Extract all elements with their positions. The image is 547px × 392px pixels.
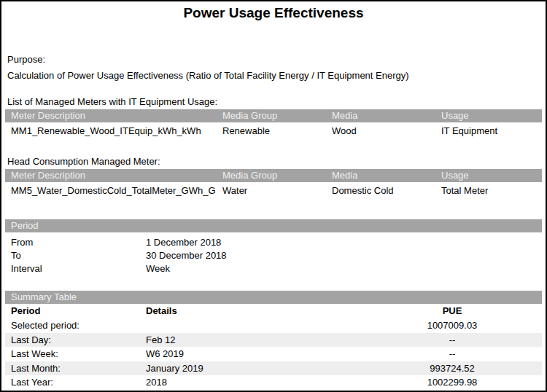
summary-row-selected-period: Selected period: 1007009.03	[5, 318, 542, 333]
period-label: Interval	[5, 262, 146, 275]
report-page: Power Usage Effectiveness Purpose: Calcu…	[0, 0, 547, 392]
head-meter-section-label: Head Consumption Managed Meter:	[7, 156, 546, 168]
header-cell-media-group: Media Group	[222, 169, 332, 182]
period-value: 30 December 2018	[146, 249, 542, 262]
purpose-label: Purpose:	[7, 54, 546, 66]
cell-meter-description: MM5_Water_DomesticCold_TotalMeter_GWh_G	[5, 185, 222, 197]
summary-row-last-day: Last Day: Feb 12 --	[5, 333, 542, 348]
summary-cell-period: Selected period:	[5, 318, 146, 333]
meters-table: Meter Description Media Group Media Usag…	[1, 109, 546, 137]
cell-media-group: Renewable	[222, 125, 332, 137]
summary-cell-details: January 2019	[146, 361, 362, 376]
summary-row-last-year: Last Year: 2018 1002299.98	[5, 375, 542, 390]
summary-cell-details: W6 2019	[146, 347, 362, 361]
cell-media: Wood	[332, 125, 441, 137]
header-cell-media: Media	[332, 169, 441, 182]
summary-cell-details: Feb 12	[146, 333, 362, 348]
summary-cell-period: Last Month:	[5, 361, 146, 376]
header-cell-media: Media	[332, 109, 441, 122]
meters-section-label: List of Managed Meters with IT Equipment…	[7, 96, 546, 108]
cell-media-group: Water	[222, 185, 332, 197]
summary-cell-details	[146, 318, 362, 333]
summary-row-last-month: Last Month: January 2019 993724.52	[5, 361, 542, 376]
period-label: To	[5, 249, 146, 262]
head-meter-table-header: Meter Description Media Group Media Usag…	[5, 169, 542, 182]
summary-cell-details: 2018	[146, 375, 362, 390]
table-row: MM5_Water_DomesticCold_TotalMeter_GWh_G …	[5, 182, 542, 197]
header-cell-meter-description: Meter Description	[5, 109, 222, 122]
summary-header-period: Period	[5, 304, 146, 318]
meters-table-header: Meter Description Media Group Media Usag…	[5, 109, 542, 122]
header-cell-usage: Usage	[441, 169, 542, 182]
summary-table: Period Details PUE Selected period: 1007…	[5, 304, 542, 390]
summary-row-last-week: Last Week: W6 2019 --	[5, 347, 542, 361]
summary-cell-period: Last Year:	[5, 375, 146, 390]
period-value: 1 December 2018	[146, 236, 542, 249]
period-row-to: To 30 December 2018	[5, 249, 542, 262]
summary-header-pue: PUE	[362, 304, 542, 318]
period-row-interval: Interval Week	[5, 262, 542, 275]
purpose-text: Calculation of Power Usage Effectiveness…	[7, 70, 546, 82]
header-cell-usage: Usage	[441, 109, 542, 122]
summary-cell-pue: 1002299.98	[362, 375, 542, 390]
summary-header-row: Period Details PUE	[5, 304, 542, 318]
table-row: MM1_Renewable_Wood_ITEquip_kWh_kWh Renew…	[5, 122, 542, 137]
header-cell-media-group: Media Group	[222, 109, 332, 122]
head-meter-table: Meter Description Media Group Media Usag…	[1, 169, 546, 197]
period-details: From 1 December 2018 To 30 December 2018…	[5, 236, 542, 275]
summary-cell-period: Last Week:	[5, 347, 146, 361]
summary-section-bar: Summary Table	[5, 291, 542, 304]
cell-usage: IT Equipment	[441, 125, 542, 137]
summary-header-details: Details	[146, 304, 362, 318]
period-label: From	[5, 236, 146, 249]
cell-media: Domestic Cold	[332, 185, 441, 197]
page-title: Power Usage Effectiveness	[1, 1, 546, 21]
cell-usage: Total Meter	[441, 185, 542, 197]
summary-cell-period: Last Day:	[5, 333, 146, 348]
summary-cell-pue: --	[362, 347, 542, 361]
header-cell-meter-description: Meter Description	[5, 169, 222, 182]
period-row-from: From 1 December 2018	[5, 236, 542, 249]
period-section-bar: Period	[5, 219, 542, 232]
summary-cell-pue: --	[362, 333, 542, 348]
cell-meter-description: MM1_Renewable_Wood_ITEquip_kWh_kWh	[5, 125, 222, 137]
summary-cell-pue: 1007009.03	[362, 318, 542, 333]
summary-cell-pue: 993724.52	[362, 361, 542, 376]
period-value: Week	[146, 262, 542, 275]
